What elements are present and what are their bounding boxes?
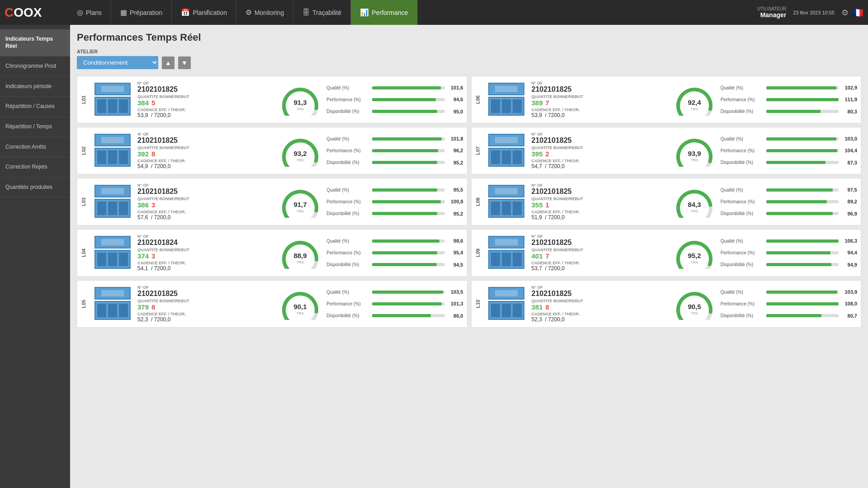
lot-info: N° OF 2102101824 QUANTITE BONNE/REBUT 37… <box>137 233 274 272</box>
arrow-down-button[interactable]: ▼ <box>178 56 191 69</box>
sidebar-item-quantites-produites[interactable]: Quantités produites <box>0 178 70 198</box>
lot-info: N° OF 2102101825 QUANTITE BONNE/REBUT 40… <box>532 233 668 272</box>
gauge-container: 93,9 TRS <box>672 131 717 170</box>
arrow-up-button[interactable]: ▲ <box>162 56 175 69</box>
plans-icon: ◎ <box>77 8 83 17</box>
gauge-container: 84,3 TRS <box>672 182 717 221</box>
qty-good: 379 <box>137 303 149 311</box>
qty-bad: 1 <box>546 201 549 209</box>
metrics: Qualité (%) 101,8 Performance (%) 96,2 D… <box>326 131 463 170</box>
cadence-value: 51,9 / 7200,0 <box>532 214 668 221</box>
gauge-container: 91,3 TRS <box>278 80 323 119</box>
tracabilite-icon: 🗄 <box>302 9 310 17</box>
cadence-value: 54,9 / 7200,0 <box>137 163 274 169</box>
qty-bad: 7 <box>546 99 549 107</box>
lot-info: N° OF 2102101825 QUANTITE BONNE/REBUT 39… <box>137 131 274 170</box>
svg-text:TRS: TRS <box>297 158 304 162</box>
svg-text:95,2: 95,2 <box>688 252 701 259</box>
nav-tracabilite[interactable]: 🗄 Traçabilité <box>293 0 351 25</box>
metrics: Qualité (%) 103,9 Performance (%) 108,0 … <box>721 284 857 324</box>
sidebar-item-correction-arrets[interactable]: Correction Arrêts <box>0 137 70 158</box>
nav-monitoring[interactable]: ⚙ Monitoring <box>236 0 293 25</box>
lot-info: N° OF 2102101825 QUANTITE BONNE/REBUT 35… <box>532 182 668 221</box>
cadence-value: 54,7 / 7200,0 <box>532 163 668 169</box>
lot-card-l03: L03 N° OF 2102101825 QUANTITE BONNE/REBU… <box>77 178 467 225</box>
sidebar-item-indicateurs-periode[interactable]: Indicateurs période <box>0 77 70 97</box>
metrics: Qualité (%) 101,6 Performance (%) 94,6 D… <box>326 80 463 119</box>
lot-label: L04 <box>81 249 86 257</box>
nav-right: UTILISATEUR Manager 23 févr 2023 10:55 ⚙… <box>757 6 863 19</box>
gauge-container: 90,5 TRS <box>672 284 717 324</box>
gauge-container: 88,9 TRS <box>278 233 323 272</box>
datetime: 23 févr 2023 10:55 <box>793 10 835 15</box>
cadence-value: 57,6 / 7200,0 <box>137 214 274 221</box>
sidebar-item-chronogramme-prod[interactable]: Chronogramme Prod <box>0 56 70 77</box>
qty-good: 389 <box>532 99 543 107</box>
cadence-value: 54,1 / 7200,0 <box>137 265 274 272</box>
nav-items: ◎ Plans ▦ Préparation 📅 Planification ⚙ … <box>68 0 757 25</box>
sidebar-item-repartition-temps[interactable]: Répartition / Temps <box>0 117 70 137</box>
atelier-row: Conditionnement ▲ ▼ <box>77 56 861 69</box>
main-content: Performances Temps Réel ATELIER Conditio… <box>70 25 868 488</box>
lot-label: L07 <box>475 146 481 155</box>
svg-text:93,2: 93,2 <box>294 150 307 157</box>
lot-card-l02: L02 N° OF 2102101825 QUANTITE BONNE/REBU… <box>77 127 467 174</box>
metrics: Qualité (%) 98,6 Performance (%) 95,4 Di… <box>326 233 463 272</box>
svg-text:TRS: TRS <box>691 209 698 213</box>
sidebar-item-repartition-causes[interactable]: Répartition / Causes <box>0 97 70 117</box>
nav-performance[interactable]: 📊 Performance <box>351 0 417 25</box>
qty-bad: 8 <box>151 303 155 311</box>
lot-card-l05: L05 N° OF 2102101825 QUANTITE BONNE/REBU… <box>77 280 467 328</box>
svg-text:84,3: 84,3 <box>688 201 701 208</box>
qty-good: 355 <box>532 201 543 209</box>
settings-icon[interactable]: ⚙ <box>841 8 849 18</box>
of-number: 2102101825 <box>137 188 274 196</box>
metrics: Qualité (%) 103,5 Performance (%) 101,3 … <box>326 284 463 324</box>
qty-bad: 8 <box>151 150 155 158</box>
svg-text:92,4: 92,4 <box>688 99 701 106</box>
of-number: 2102101825 <box>137 85 274 94</box>
lot-card-l09: L09 N° OF 2102101825 QUANTITE BONNE/REBU… <box>471 229 862 277</box>
svg-text:TRS: TRS <box>691 311 698 315</box>
qty-bad: 5 <box>151 99 155 107</box>
svg-text:91,7: 91,7 <box>294 201 307 208</box>
nav-planification[interactable]: 📅 Planification <box>172 0 236 25</box>
qty-good: 386 <box>137 201 149 209</box>
gauge-container: 90,1 TRS <box>278 284 323 324</box>
qty-good: 395 <box>532 150 543 158</box>
metrics: Qualité (%) 97,5 Performance (%) 89,2 Di… <box>721 182 857 221</box>
svg-text:TRS: TRS <box>297 209 304 213</box>
cadence-value: 52,3 / 7200,0 <box>532 316 668 323</box>
preparation-icon: ▦ <box>120 8 127 17</box>
gauge-container: 95,2 TRS <box>672 233 717 272</box>
atelier-select[interactable]: Conditionnement <box>77 56 158 69</box>
lot-card-l06: L06 N° OF 2102101825 QUANTITE BONNE/REBU… <box>471 76 862 123</box>
metrics: Qualité (%) 95,5 Performance (%) 100,8 D… <box>326 182 463 221</box>
qty-good: 374 <box>137 252 149 260</box>
nav-plans[interactable]: ◎ Plans <box>68 0 111 25</box>
sidebar: Indicateurs Temps Réel Chronogramme Prod… <box>0 25 70 488</box>
qty-good: 392 <box>137 150 149 158</box>
qty-good: 384 <box>137 99 149 107</box>
svg-text:91,3: 91,3 <box>294 99 307 106</box>
nav-preparation[interactable]: ▦ Préparation <box>111 0 172 25</box>
svg-text:TRS: TRS <box>691 158 698 162</box>
metrics: Qualité (%) 106,3 Performance (%) 94,4 D… <box>721 233 857 272</box>
svg-text:TRS: TRS <box>297 311 304 315</box>
performance-icon: 📊 <box>360 8 369 17</box>
lots-grid: L01 N° OF 2102101825 QUANTITE BONNE/REBU… <box>77 76 861 328</box>
lot-card-l04: L04 N° OF 2102101824 QUANTITE BONNE/REBU… <box>77 229 467 277</box>
sidebar-item-indicateurs-temps-reel[interactable]: Indicateurs Temps Réel <box>0 29 70 56</box>
lot-label: L03 <box>81 197 86 206</box>
gauge-container: 92,4 TRS <box>672 80 717 119</box>
lot-label: L10 <box>475 300 481 308</box>
main-layout: Indicateurs Temps Réel Chronogramme Prod… <box>0 25 868 488</box>
nav-icons: ⚙ 🇫🇷 <box>841 7 863 18</box>
of-number: 2102101825 <box>137 136 274 145</box>
sidebar-item-correction-rejets[interactable]: Correction Rejets <box>0 157 70 178</box>
qty-bad: 3 <box>151 201 155 209</box>
qty-bad: 3 <box>151 252 155 260</box>
svg-text:TRS: TRS <box>691 260 698 264</box>
lot-info: N° OF 2102101825 QUANTITE BONNE/REBUT 38… <box>532 80 668 119</box>
page-title: Performances Temps Réel <box>77 32 861 43</box>
